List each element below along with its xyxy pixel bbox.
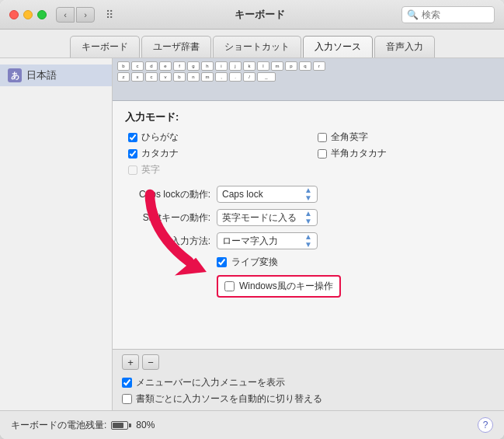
search-box[interactable]: 🔍 [401, 6, 495, 23]
hiragana-checkbox-item: ひらがな [128, 131, 302, 144]
show-input-menu-label: メニューバーに入力メニューを表示 [136, 376, 285, 389]
live-conversion-row: ライブ変換 [217, 256, 492, 269]
alpha-label: 英字 [141, 163, 160, 176]
tab-user-dict[interactable]: ユーザ辞書 [141, 36, 211, 57]
kb-key: j [229, 61, 242, 71]
maximize-button[interactable] [37, 10, 47, 19]
battery-fill [113, 423, 123, 428]
battery-icon [111, 421, 131, 430]
fullwidth-alpha-checkbox-item: 全角英字 [318, 131, 492, 144]
kb-key: x [131, 72, 144, 82]
kb-key: _ [257, 72, 276, 82]
sidebar-item-japanese[interactable]: あ 日本語 [0, 64, 112, 86]
traffic-lights [9, 10, 47, 19]
live-conversion-checkbox[interactable] [217, 257, 227, 267]
fullwidth-alpha-label: 全角英字 [331, 131, 368, 144]
shift-key-label: Shiftキーの動作: [125, 211, 210, 225]
titlebar: ‹ › ⠿ キーボード 🔍 [0, 0, 504, 30]
show-input-menu-row: メニューバーに入力メニューを表示 [122, 376, 495, 389]
kb-key: c [145, 72, 158, 82]
shift-key-select[interactable]: 英字モードに入る ▲▼ [217, 209, 318, 226]
settings-panel: 入力モード: ひらがな 全角英字 カタカナ [113, 101, 504, 349]
grid-button[interactable]: ⠿ [101, 7, 118, 23]
kb-key: i [215, 61, 228, 71]
tab-input-source[interactable]: 入力ソース [303, 36, 373, 57]
input-mode-checkboxes: ひらがな 全角英字 カタカナ 半角カタカナ [128, 131, 492, 176]
kb-key: d [145, 61, 158, 71]
search-icon: 🔍 [407, 9, 419, 20]
kb-key: . [229, 72, 242, 82]
sidebar-item-label: 日本語 [26, 68, 57, 82]
close-button[interactable] [9, 10, 19, 19]
caps-lock-row: Caps lockの動作: Caps lock ▲▼ [125, 186, 492, 203]
kb-key: v [159, 72, 172, 82]
hiragana-checkbox[interactable] [128, 133, 137, 142]
katakana-checkbox-item: カタカナ [128, 147, 302, 160]
kb-key: , [215, 72, 228, 82]
kb-key: q [299, 61, 311, 71]
kb-key: / [243, 72, 255, 82]
forward-button[interactable]: › [76, 7, 95, 23]
windows-key-checkbox[interactable] [224, 281, 235, 291]
halfwidth-katakana-checkbox[interactable] [318, 149, 327, 159]
live-conversion-label: ライブ変換 [231, 256, 278, 269]
window-title: キーボード [118, 8, 401, 22]
kb-key: p [285, 61, 297, 71]
show-input-menu-checkbox[interactable] [122, 378, 132, 388]
kb-key: c [131, 61, 144, 71]
sidebar: あ 日本語 [0, 58, 113, 410]
hiragana-label: ひらがな [141, 131, 179, 144]
kb-key: m [201, 72, 214, 82]
keyboard-visual: b c d e f g h i j k l m p q r z [113, 58, 504, 101]
kb-key: b [173, 72, 186, 82]
kb-key: h [201, 61, 214, 71]
alpha-checkbox-item: 英字 [128, 163, 302, 176]
kb-key: f [173, 61, 186, 71]
tabs-bar: キーボード ユーザ辞書 ショートカット 入力ソース 音声入力 [0, 30, 504, 58]
shift-key-arrows: ▲▼ [304, 210, 312, 225]
kb-key: m [271, 61, 283, 71]
halfwidth-katakana-label: 半角カタカナ [331, 147, 387, 160]
kb-key: n [187, 72, 200, 82]
auto-switch-checkbox[interactable] [122, 394, 132, 404]
auto-switch-row: 書類ごとに入力ソースを自動的に切り替える [122, 392, 495, 406]
windows-key-highlighted-row: Windows風のキー操作 [217, 275, 341, 298]
caps-lock-select[interactable]: Caps lock ▲▼ [217, 186, 318, 203]
back-button[interactable]: ‹ [56, 7, 75, 23]
minimize-button[interactable] [23, 10, 33, 19]
input-method-label: 入力方法: [125, 235, 210, 248]
add-source-button[interactable]: + [122, 354, 139, 370]
input-mode-title: 入力モード: [125, 110, 492, 124]
katakana-checkbox[interactable] [128, 149, 137, 159]
kb-key: l [257, 61, 269, 71]
battery-tip [129, 423, 131, 427]
input-method-select[interactable]: ローマ字入力 ▲▼ [217, 232, 318, 249]
help-button[interactable]: ? [478, 417, 493, 433]
svg-marker-1 [175, 258, 207, 276]
nav-arrows: ‹ › [56, 7, 95, 23]
remove-source-button[interactable]: − [142, 354, 159, 370]
tab-keyboard[interactable]: キーボード [70, 36, 140, 57]
bottom-bar: + − メニューバーに入力メニューを表示 書類ごとに入力ソースを自動的に切り替え… [113, 349, 504, 410]
tab-shortcuts[interactable]: ショートカット [213, 36, 301, 57]
tab-voice-input[interactable]: 音声入力 [374, 36, 435, 57]
bottom-controls: + − [122, 354, 495, 370]
battery-text: キーボードの電池残量: [11, 419, 106, 432]
input-method-row: 入力方法: ローマ字入力 ▲▼ [125, 232, 492, 249]
fullwidth-alpha-checkbox[interactable] [318, 133, 327, 142]
kb-key: k [243, 61, 255, 71]
kb-key: b [117, 61, 130, 71]
battery-percent: 80% [136, 420, 155, 430]
windows-key-label: Windows風のキー操作 [239, 280, 333, 293]
shift-key-value: 英字モードに入る [222, 211, 301, 225]
kb-key: g [187, 61, 200, 71]
alpha-checkbox[interactable] [128, 165, 137, 175]
halfwidth-katakana-checkbox-item: 半角カタカナ [318, 147, 492, 160]
footer: キーボードの電池残量: 80% ? [0, 410, 504, 439]
right-panel: b c d e f g h i j k l m p q r z [113, 58, 504, 410]
content-area: あ 日本語 b c d e f g h i j k l [0, 58, 504, 410]
katakana-label: カタカナ [141, 147, 179, 160]
battery-info: キーボードの電池残量: 80% [11, 419, 155, 432]
search-input[interactable] [422, 9, 492, 20]
kb-key: e [159, 61, 172, 71]
